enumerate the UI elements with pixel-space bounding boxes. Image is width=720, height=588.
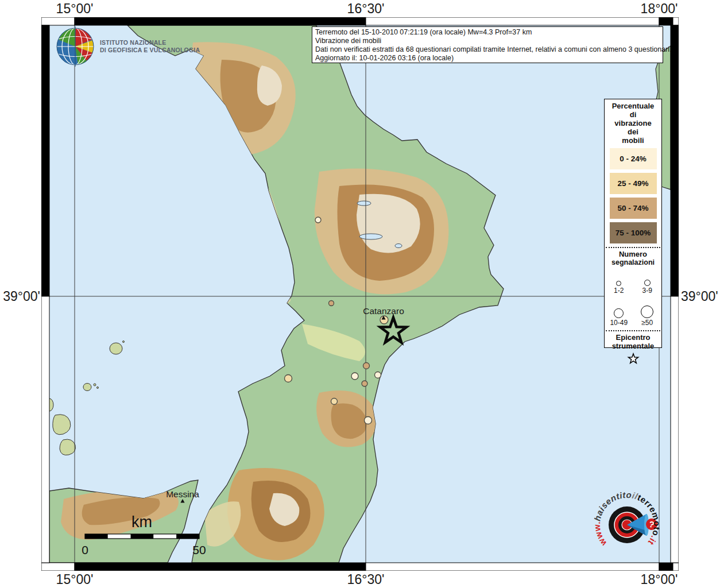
legend-separator bbox=[606, 330, 660, 331]
legend-title-line: mobili bbox=[605, 136, 661, 145]
legend-box: Percentuale di vibrazione dei mobili 0 -… bbox=[604, 99, 662, 348]
legend-count-title-2: segnalazioni bbox=[605, 258, 661, 267]
haisentitoilterremoto-logo: ? www.haisentitoilterremoto.it bbox=[590, 489, 664, 564]
intensity-point bbox=[375, 372, 381, 378]
legend-count-circles: 1-23-910-49≥50 bbox=[605, 268, 661, 327]
scale-unit: km bbox=[131, 513, 152, 531]
legend-count-item: 10-49 bbox=[610, 295, 628, 327]
legend-classes: 0 - 24%25 - 49%50 - 74%75 - 100% bbox=[605, 148, 661, 243]
screenshot-root: { "ingv": { "line1": "ISTITUTO NAZIONALE… bbox=[0, 0, 720, 588]
event-update-time: Aggiornato il: 10-01-2026 03:16 (ora loc… bbox=[315, 54, 660, 63]
legend-class-swatch: 0 - 24% bbox=[610, 148, 657, 169]
intensity-point bbox=[363, 363, 370, 369]
intensity-point bbox=[329, 301, 334, 306]
axis-bottom-right: 18°00' bbox=[625, 572, 694, 587]
city-label-catanzaro: Catanzaro bbox=[363, 306, 404, 316]
ingv-name-line2: DI GEOFISICA E VULCANOLOGIA bbox=[100, 47, 200, 54]
legend-count-item: 1-2 bbox=[614, 268, 624, 295]
axis-bottom-left: 15°00' bbox=[40, 572, 109, 587]
scale-end: 50 bbox=[192, 543, 206, 556]
legend-title-line: dei bbox=[605, 127, 661, 136]
intensity-point bbox=[351, 373, 358, 380]
legend-epicenter-title-1: Epicentro bbox=[605, 333, 661, 342]
axis-top-right: 18°00' bbox=[625, 1, 694, 17]
intensity-point bbox=[285, 375, 292, 382]
legend-class-swatch: 75 - 100% bbox=[610, 222, 657, 243]
count-circle-icon bbox=[641, 305, 653, 318]
event-title: Terremoto del 15-10-2010 07:21:19 (ora l… bbox=[315, 28, 660, 37]
axis-bottom-mid: 16°30' bbox=[331, 572, 400, 587]
legend-epicenter-title-2: strumentale bbox=[605, 342, 661, 350]
legend-count-item: ≥50 bbox=[641, 295, 653, 327]
axis-top-left: 15°00' bbox=[40, 1, 109, 17]
legend-separator bbox=[606, 247, 660, 248]
scale-start: 0 bbox=[82, 543, 88, 556]
count-circle-icon bbox=[616, 281, 621, 286]
axis-left: 39°00' bbox=[0, 289, 40, 304]
event-info-box: Terremoto del 15-10-2010 07:21:19 (ora l… bbox=[312, 26, 663, 63]
event-subtitle: Vibrazione dei mobili bbox=[315, 37, 660, 45]
count-circle-icon bbox=[614, 308, 624, 318]
axis-right: 39°00' bbox=[681, 289, 720, 304]
ingv-globe-icon bbox=[55, 26, 95, 67]
legend-class-swatch: 25 - 49% bbox=[610, 173, 657, 194]
axis-top-mid: 16°30' bbox=[331, 1, 400, 17]
city-label-messina: Messina bbox=[166, 489, 199, 499]
legend-class-swatch: 50 - 74% bbox=[610, 198, 657, 219]
ingv-name-line1: ISTITUTO NAZIONALE bbox=[100, 39, 200, 47]
count-circle-icon bbox=[644, 280, 651, 286]
legend-star-icon bbox=[626, 351, 640, 366]
intensity-point bbox=[315, 217, 321, 223]
legend-title-line: di bbox=[605, 110, 661, 119]
count-circle-label: ≥50 bbox=[641, 319, 653, 327]
ingv-logo: ISTITUTO NAZIONALE DI GEOFISICA E VULCAN… bbox=[55, 26, 200, 67]
legend-count-title-1: Numero bbox=[605, 250, 661, 258]
intensity-point bbox=[365, 417, 372, 424]
intensity-point bbox=[362, 381, 367, 386]
count-circle-label: 3-9 bbox=[642, 287, 652, 295]
map-canvas: km 0 50 Catanzaro Messina bbox=[41, 17, 679, 571]
legend-title-line: vibrazione bbox=[605, 119, 661, 127]
legend-title-line: Percentuale bbox=[605, 102, 661, 110]
legend-count-item: 3-9 bbox=[642, 268, 652, 295]
count-circle-label: 1-2 bbox=[614, 287, 624, 295]
intensity-point bbox=[331, 399, 338, 405]
event-data-note: Dati non verificati estratti da 68 quest… bbox=[315, 45, 660, 54]
count-circle-label: 10-49 bbox=[610, 319, 628, 327]
